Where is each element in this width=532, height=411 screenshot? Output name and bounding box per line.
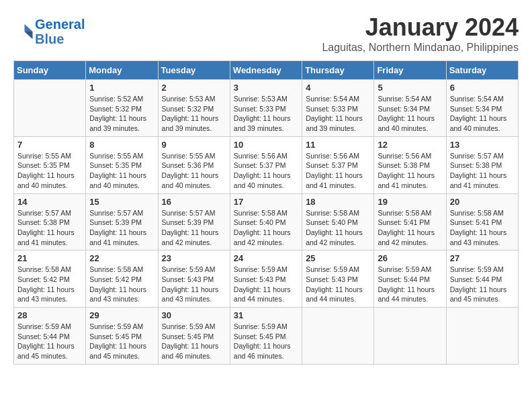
calendar-table: SundayMondayTuesdayWednesdayThursdayFrid… bbox=[13, 60, 519, 365]
calendar-cell: 28Sunrise: 5:59 AM Sunset: 5:44 PM Dayli… bbox=[14, 308, 86, 365]
calendar-cell: 30Sunrise: 5:59 AM Sunset: 5:45 PM Dayli… bbox=[158, 308, 230, 365]
calendar-cell bbox=[446, 308, 518, 365]
location-title: Laguitas, Northern Mindanao, Philippines bbox=[322, 42, 519, 54]
svg-marker-1 bbox=[25, 32, 33, 39]
day-info: Sunrise: 5:55 AM Sunset: 5:35 PM Dayligh… bbox=[89, 151, 154, 191]
day-info: Sunrise: 5:57 AM Sunset: 5:39 PM Dayligh… bbox=[89, 208, 154, 248]
day-info: Sunrise: 5:58 AM Sunset: 5:40 PM Dayligh… bbox=[234, 208, 298, 248]
svg-marker-0 bbox=[25, 24, 33, 32]
calendar-cell bbox=[374, 308, 446, 365]
title-block: January 2024 Laguitas, Northern Mindanao… bbox=[322, 13, 519, 54]
day-info: Sunrise: 5:57 AM Sunset: 5:38 PM Dayligh… bbox=[450, 151, 515, 191]
day-info: Sunrise: 5:58 AM Sunset: 5:41 PM Dayligh… bbox=[378, 208, 442, 248]
day-number: 8 bbox=[89, 140, 154, 150]
day-number: 17 bbox=[234, 197, 298, 207]
day-info: Sunrise: 5:53 AM Sunset: 5:33 PM Dayligh… bbox=[234, 94, 298, 134]
calendar-cell: 9Sunrise: 5:55 AM Sunset: 5:36 PM Daylig… bbox=[158, 136, 230, 193]
weekday-header: Friday bbox=[374, 61, 446, 80]
day-info: Sunrise: 5:58 AM Sunset: 5:42 PM Dayligh… bbox=[17, 265, 82, 304]
day-number: 27 bbox=[450, 253, 515, 263]
day-info: Sunrise: 5:57 AM Sunset: 5:39 PM Dayligh… bbox=[162, 208, 226, 248]
calendar-cell: 27Sunrise: 5:59 AM Sunset: 5:44 PM Dayli… bbox=[446, 250, 518, 308]
day-number: 1 bbox=[89, 83, 154, 93]
day-number: 5 bbox=[378, 83, 442, 93]
calendar-cell: 8Sunrise: 5:55 AM Sunset: 5:35 PM Daylig… bbox=[86, 136, 158, 193]
calendar-week-row: 7Sunrise: 5:55 AM Sunset: 5:35 PM Daylig… bbox=[14, 136, 519, 193]
calendar-cell bbox=[302, 308, 374, 365]
day-number: 30 bbox=[162, 310, 226, 320]
calendar-cell: 20Sunrise: 5:58 AM Sunset: 5:41 PM Dayli… bbox=[446, 193, 518, 250]
calendar-header-row: SundayMondayTuesdayWednesdayThursdayFrid… bbox=[14, 61, 519, 80]
day-number: 16 bbox=[162, 197, 226, 207]
day-number: 28 bbox=[17, 310, 82, 320]
calendar-cell: 14Sunrise: 5:57 AM Sunset: 5:38 PM Dayli… bbox=[14, 193, 86, 250]
day-info: Sunrise: 5:58 AM Sunset: 5:42 PM Dayligh… bbox=[89, 265, 154, 304]
calendar-week-row: 21Sunrise: 5:58 AM Sunset: 5:42 PM Dayli… bbox=[14, 250, 519, 308]
day-info: Sunrise: 5:55 AM Sunset: 5:35 PM Dayligh… bbox=[17, 151, 82, 191]
day-number: 31 bbox=[234, 310, 298, 320]
day-number: 24 bbox=[234, 253, 298, 263]
day-info: Sunrise: 5:54 AM Sunset: 5:34 PM Dayligh… bbox=[450, 94, 515, 134]
calendar-cell: 15Sunrise: 5:57 AM Sunset: 5:39 PM Dayli… bbox=[86, 193, 158, 250]
calendar-cell: 7Sunrise: 5:55 AM Sunset: 5:35 PM Daylig… bbox=[14, 136, 86, 193]
calendar-cell: 6Sunrise: 5:54 AM Sunset: 5:34 PM Daylig… bbox=[446, 80, 518, 137]
day-info: Sunrise: 5:56 AM Sunset: 5:38 PM Dayligh… bbox=[378, 151, 442, 191]
day-info: Sunrise: 5:58 AM Sunset: 5:40 PM Dayligh… bbox=[306, 208, 370, 248]
day-number: 15 bbox=[89, 197, 154, 207]
calendar-cell: 4Sunrise: 5:54 AM Sunset: 5:33 PM Daylig… bbox=[302, 80, 374, 137]
day-number: 18 bbox=[306, 197, 370, 207]
day-number: 26 bbox=[378, 253, 442, 263]
weekday-header: Sunday bbox=[14, 61, 86, 80]
day-info: Sunrise: 5:53 AM Sunset: 5:32 PM Dayligh… bbox=[162, 94, 226, 134]
logo-icon bbox=[13, 21, 34, 42]
day-number: 3 bbox=[234, 83, 298, 93]
day-number: 11 bbox=[306, 140, 370, 150]
day-info: Sunrise: 5:59 AM Sunset: 5:43 PM Dayligh… bbox=[306, 265, 370, 304]
day-number: 12 bbox=[378, 140, 442, 150]
day-info: Sunrise: 5:54 AM Sunset: 5:33 PM Dayligh… bbox=[306, 94, 370, 134]
calendar-cell: 21Sunrise: 5:58 AM Sunset: 5:42 PM Dayli… bbox=[14, 250, 86, 308]
day-number: 10 bbox=[234, 140, 298, 150]
day-info: Sunrise: 5:55 AM Sunset: 5:36 PM Dayligh… bbox=[162, 151, 226, 191]
page-header: General Blue January 2024 Laguitas, Nort… bbox=[13, 13, 519, 54]
calendar-cell: 24Sunrise: 5:59 AM Sunset: 5:43 PM Dayli… bbox=[230, 250, 302, 308]
day-number: 23 bbox=[162, 253, 226, 263]
day-number: 14 bbox=[17, 197, 82, 207]
day-number: 25 bbox=[306, 253, 370, 263]
calendar-cell: 2Sunrise: 5:53 AM Sunset: 5:32 PM Daylig… bbox=[158, 80, 230, 137]
calendar-week-row: 14Sunrise: 5:57 AM Sunset: 5:38 PM Dayli… bbox=[14, 193, 519, 250]
day-number: 6 bbox=[450, 83, 515, 93]
day-number: 20 bbox=[450, 197, 515, 207]
day-info: Sunrise: 5:56 AM Sunset: 5:37 PM Dayligh… bbox=[234, 151, 298, 191]
calendar-week-row: 28Sunrise: 5:59 AM Sunset: 5:44 PM Dayli… bbox=[14, 308, 519, 365]
day-number: 19 bbox=[378, 197, 442, 207]
day-info: Sunrise: 5:59 AM Sunset: 5:43 PM Dayligh… bbox=[162, 265, 226, 304]
day-info: Sunrise: 5:57 AM Sunset: 5:38 PM Dayligh… bbox=[17, 208, 82, 248]
calendar-cell: 12Sunrise: 5:56 AM Sunset: 5:38 PM Dayli… bbox=[374, 136, 446, 193]
day-number: 4 bbox=[306, 83, 370, 93]
day-info: Sunrise: 5:59 AM Sunset: 5:45 PM Dayligh… bbox=[162, 322, 226, 361]
weekday-header: Tuesday bbox=[158, 61, 230, 80]
calendar-cell: 3Sunrise: 5:53 AM Sunset: 5:33 PM Daylig… bbox=[230, 80, 302, 137]
calendar-cell: 23Sunrise: 5:59 AM Sunset: 5:43 PM Dayli… bbox=[158, 250, 230, 308]
day-number: 21 bbox=[17, 253, 82, 263]
calendar-cell: 10Sunrise: 5:56 AM Sunset: 5:37 PM Dayli… bbox=[230, 136, 302, 193]
day-info: Sunrise: 5:59 AM Sunset: 5:43 PM Dayligh… bbox=[234, 265, 298, 304]
calendar-cell: 26Sunrise: 5:59 AM Sunset: 5:44 PM Dayli… bbox=[374, 250, 446, 308]
day-info: Sunrise: 5:59 AM Sunset: 5:45 PM Dayligh… bbox=[234, 322, 298, 361]
day-number: 9 bbox=[162, 140, 226, 150]
calendar-cell: 16Sunrise: 5:57 AM Sunset: 5:39 PM Dayli… bbox=[158, 193, 230, 250]
day-info: Sunrise: 5:56 AM Sunset: 5:37 PM Dayligh… bbox=[306, 151, 370, 191]
calendar-cell: 1Sunrise: 5:52 AM Sunset: 5:32 PM Daylig… bbox=[86, 80, 158, 137]
calendar-cell: 31Sunrise: 5:59 AM Sunset: 5:45 PM Dayli… bbox=[230, 308, 302, 365]
calendar-cell: 22Sunrise: 5:58 AM Sunset: 5:42 PM Dayli… bbox=[86, 250, 158, 308]
weekday-header: Wednesday bbox=[230, 61, 302, 80]
day-info: Sunrise: 5:59 AM Sunset: 5:45 PM Dayligh… bbox=[89, 322, 154, 361]
calendar-cell: 25Sunrise: 5:59 AM Sunset: 5:43 PM Dayli… bbox=[302, 250, 374, 308]
day-number: 2 bbox=[162, 83, 226, 93]
calendar-cell: 5Sunrise: 5:54 AM Sunset: 5:34 PM Daylig… bbox=[374, 80, 446, 137]
calendar-cell: 17Sunrise: 5:58 AM Sunset: 5:40 PM Dayli… bbox=[230, 193, 302, 250]
day-info: Sunrise: 5:54 AM Sunset: 5:34 PM Dayligh… bbox=[378, 94, 442, 134]
calendar-cell: 11Sunrise: 5:56 AM Sunset: 5:37 PM Dayli… bbox=[302, 136, 374, 193]
weekday-header: Thursday bbox=[302, 61, 374, 80]
